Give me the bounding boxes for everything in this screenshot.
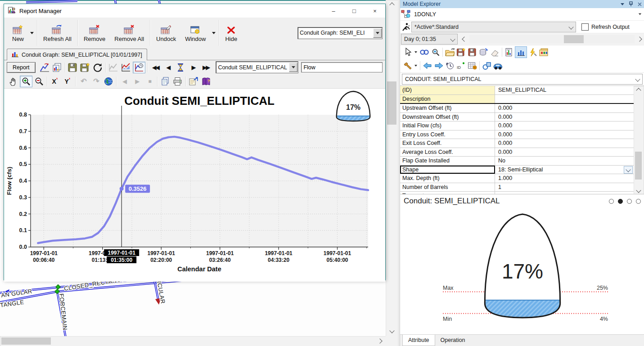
first-step-icon[interactable]: ◀◀	[149, 62, 161, 73]
chart-area[interactable]: 0.00.10.20.30.40.50.60.70.81997-01-0100:…	[4, 88, 385, 282]
time-scroll-left-icon[interactable]	[459, 34, 469, 44]
table-settings-icon[interactable]	[467, 60, 478, 71]
undo-zoom-icon[interactable]: ↶	[77, 76, 89, 87]
grid-row-value[interactable]	[495, 95, 634, 103]
zoom-out-icon[interactable]	[33, 76, 45, 87]
pin-icon[interactable]	[629, 1, 633, 7]
grid-scroll-up-icon[interactable]	[634, 87, 643, 94]
combo-dropdown-icon[interactable]	[289, 63, 297, 72]
panel-menu-icon[interactable]	[621, 3, 624, 5]
save-as-icon[interactable]	[79, 62, 91, 73]
grid-row-value[interactable]: 0.000	[495, 130, 634, 139]
grid-scroll-down-icon[interactable]	[634, 187, 643, 193]
navigate-forward-icon[interactable]	[433, 60, 444, 71]
gallery-icon[interactable]	[538, 47, 549, 58]
zoom-in-icon[interactable]	[20, 76, 32, 87]
shape-dropdown-icon[interactable]	[624, 166, 633, 174]
grid-row-value[interactable]	[495, 192, 634, 194]
time-scrollbar[interactable]	[469, 35, 635, 43]
map-vertical-scrollbar[interactable]	[386, 0, 399, 337]
graph-properties-icon[interactable]	[39, 62, 50, 73]
grid-scroll-thumb[interactable]	[635, 152, 642, 180]
map-vscroll-thumb[interactable]	[387, 81, 396, 125]
find-binoculars-icon[interactable]	[419, 47, 430, 58]
add-id-icon[interactable]: ID	[455, 60, 467, 71]
save-report-icon[interactable]	[67, 62, 78, 73]
maximize-button[interactable]: □	[344, 4, 365, 18]
map-hscroll-thumb[interactable]	[1, 337, 51, 345]
titlebar[interactable]: Report Manager – □ ×	[4, 4, 385, 18]
select-dropdown-icon[interactable]	[413, 47, 419, 58]
grid-row-value[interactable]: 0.000	[495, 104, 634, 112]
grid-row[interactable]: (ID)SEMI_ELLIPTICAL	[400, 86, 634, 95]
grid-row[interactable]: Entry Loss Coeff.0.000	[400, 130, 634, 139]
grid-row[interactable]: Number of Barrels1	[400, 183, 634, 192]
element-type-selector[interactable]: CONDUIT: SEMI_ELLIPTICAL	[402, 74, 643, 85]
window-dropdown-arrow[interactable]	[210, 18, 217, 47]
report-button[interactable]: Report	[7, 62, 36, 73]
run-tools-icon[interactable]	[527, 47, 538, 58]
hide-button[interactable]: Hide	[221, 18, 242, 47]
minimize-button[interactable]: –	[323, 4, 344, 18]
print-icon[interactable]	[172, 76, 184, 87]
full-extent-globe-icon[interactable]	[103, 76, 114, 87]
grid-row[interactable]: Shape18: Semi-Elliptical	[400, 166, 634, 175]
line-graph-mode-icon[interactable]	[108, 62, 119, 73]
grid-row-value[interactable]: 1	[495, 183, 634, 192]
page-dot-1[interactable]	[609, 199, 614, 204]
page-dot-2[interactable]	[618, 199, 623, 204]
time-graph-mode-icon[interactable]	[133, 62, 145, 73]
open-folder-icon[interactable]	[444, 47, 455, 58]
page-dot-4[interactable]	[636, 199, 641, 204]
eraser-icon[interactable]	[489, 47, 500, 58]
map-scroll-right-icon[interactable]	[375, 337, 384, 345]
save-new-icon[interactable]	[455, 47, 467, 58]
previous-step-icon[interactable]: ◀	[162, 62, 174, 73]
grid-row[interactable]: Flap Gate InstalledNo	[400, 157, 634, 166]
graph-panel-toggle-icon[interactable]	[515, 46, 527, 58]
simulation-selector[interactable]: *Active*:Standard	[411, 22, 576, 32]
grid-row[interactable]: Upstream Offset (ft)0.000	[400, 104, 634, 113]
copy-icon[interactable]	[159, 76, 171, 87]
zoom-y-axis-icon[interactable]: Yʼ	[62, 76, 73, 87]
grid-row[interactable]: Description	[400, 95, 634, 104]
save-icon[interactable]	[467, 47, 478, 58]
grid-row-value[interactable]: 1.000	[495, 174, 634, 183]
shapes-icon[interactable]	[481, 60, 492, 71]
grid-row-value[interactable]: 0.000	[495, 113, 634, 121]
grid-row[interactable]: Exit Loss Coeff.0.000	[400, 139, 634, 148]
parameter-input[interactable]	[301, 62, 383, 72]
grid-row-value[interactable]: 18: Semi-Elliptical	[495, 166, 634, 174]
time-scroll-right-icon[interactable]	[635, 34, 644, 44]
time-scroll-thumb[interactable]	[564, 35, 584, 43]
grid-row-value[interactable]: 0.000	[495, 148, 634, 157]
last-step-icon[interactable]: ▶▶	[200, 62, 212, 73]
grid-scrollbar[interactable]	[634, 86, 644, 194]
close-panel-icon[interactable]	[638, 2, 642, 6]
page-dot-3[interactable]	[627, 199, 632, 204]
history-icon[interactable]	[444, 60, 455, 71]
grid-row-value[interactable]: SEMI_ELLIPTICAL	[495, 86, 634, 94]
zoom-to-icon[interactable]	[430, 47, 441, 58]
tab-operation[interactable]: Operation	[435, 335, 471, 346]
pan-hand-icon[interactable]	[7, 76, 19, 87]
grid-row[interactable]: Downstream Offset (ft)0.000	[400, 113, 634, 122]
navigate-back-icon[interactable]	[422, 60, 433, 71]
map-scroll-up-icon[interactable]	[386, 1, 397, 9]
redo-zoom-icon[interactable]: ↷	[90, 76, 102, 87]
grid-row-value[interactable]: 0.000	[495, 139, 634, 148]
refresh-output-checkbox[interactable]	[581, 23, 589, 31]
page-forward-icon[interactable]: ▶	[131, 76, 143, 87]
help-book-icon[interactable]: ?	[200, 76, 212, 87]
time-step-selector[interactable]: Day 0; 01:35	[401, 34, 458, 45]
undock-button[interactable]: Undock	[152, 18, 180, 47]
remove-button[interactable]: Remove	[79, 18, 110, 47]
scenario-selector[interactable]: 1DONLY	[411, 9, 644, 19]
area-graph-mode-icon[interactable]	[120, 62, 132, 73]
grid-row[interactable]: Initial Flow (cfs)0.000	[400, 121, 634, 130]
map-scroll-down-icon[interactable]	[386, 327, 397, 334]
grid-row[interactable]: Transect	[400, 192, 634, 194]
next-step-icon[interactable]: ▶	[187, 62, 199, 73]
refresh-all-button[interactable]: Refresh All	[39, 18, 76, 47]
element-selector-combo[interactable]: Conduit SEMI_ELLIPTICAL	[216, 61, 298, 73]
